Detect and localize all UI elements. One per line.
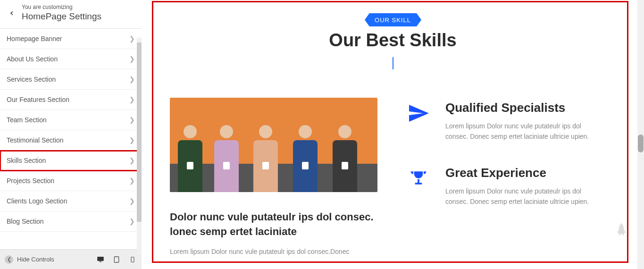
skill-item: Qualified Specialists Lorem lipsum Dolor… bbox=[406, 101, 616, 142]
svg-rect-0 bbox=[97, 257, 104, 261]
menu-item-label: Testimonial Section bbox=[7, 136, 64, 144]
menu-item-team[interactable]: Team Section❯ bbox=[0, 110, 142, 130]
menu-item-our-features[interactable]: Our Features Section❯ bbox=[0, 90, 142, 110]
paper-plane-icon bbox=[406, 101, 431, 126]
preview-pane: OUR SKILL Our Best Skills Dolor nunc vul… bbox=[142, 0, 644, 269]
skill-description: Lorem lipsum Dolor nunc vule putateulr i… bbox=[445, 121, 596, 142]
menu-item-label: Team Section bbox=[7, 116, 47, 124]
sidebar-footer: ❮ Hide Controls bbox=[0, 249, 142, 269]
menu-item-label: Projects Section bbox=[7, 177, 54, 185]
skill-title: Qualified Specialists bbox=[445, 101, 596, 115]
skills-left-column: Dolor nunc vule putateulr ips dol consec… bbox=[170, 98, 377, 257]
svg-rect-1 bbox=[100, 261, 102, 262]
svg-rect-2 bbox=[114, 257, 118, 262]
skill-description: Lorem lipsum Dolor nunc vule putateulr i… bbox=[445, 186, 596, 207]
back-button[interactable] bbox=[5, 4, 19, 23]
sidebar-header: You are customizing HomePage Settings bbox=[0, 0, 142, 29]
device-preview-switcher bbox=[96, 255, 137, 264]
menu-item-projects[interactable]: Projects Section❯ bbox=[0, 171, 142, 191]
menu-item-clients-logo[interactable]: Clients Logo Section❯ bbox=[0, 191, 142, 211]
menu-item-label: About Us Section bbox=[7, 55, 58, 63]
menu-item-label: Our Features Section bbox=[7, 96, 69, 103]
chevron-left-icon: ❮ bbox=[5, 255, 13, 264]
chevron-right-icon: ❯ bbox=[129, 116, 135, 124]
section-title: Our Best Skills bbox=[151, 30, 635, 50]
chevron-left-icon bbox=[8, 10, 15, 17]
team-photo bbox=[170, 98, 377, 192]
desktop-icon[interactable] bbox=[96, 255, 105, 264]
sidebar-pretitle: You are customizing bbox=[22, 4, 137, 10]
skill-title: Great Experience bbox=[445, 166, 596, 180]
menu-item-label: Blog Section bbox=[7, 218, 44, 225]
left-column-title: Dolor nunc vule putateulr ips dol consec… bbox=[170, 210, 377, 239]
mobile-icon[interactable] bbox=[128, 255, 137, 264]
section-menu: Homepage Banner❯ About Us Section❯ Servi… bbox=[0, 29, 142, 249]
skill-item: Great Experience Lorem lipsum Dolor nunc… bbox=[406, 166, 616, 207]
text-cursor bbox=[393, 57, 393, 69]
menu-item-homepage-banner[interactable]: Homepage Banner❯ bbox=[0, 29, 142, 49]
page-scrollbar[interactable] bbox=[637, 0, 644, 269]
hide-controls-button[interactable]: ❮ Hide Controls bbox=[5, 255, 54, 264]
ribbon-label: OUR SKILL bbox=[369, 13, 417, 26]
chevron-right-icon: ❯ bbox=[129, 136, 135, 144]
chevron-right-icon: ❯ bbox=[129, 197, 135, 205]
svg-rect-3 bbox=[131, 257, 134, 262]
menu-item-label: Clients Logo Section bbox=[7, 197, 67, 205]
chevron-right-icon: ❯ bbox=[129, 55, 135, 63]
chevron-right-icon: ❯ bbox=[129, 76, 135, 83]
left-column-subtitle: Lorem lipsum Dolor nunc vule putateulr i… bbox=[170, 247, 377, 257]
skills-right-column: Qualified Specialists Lorem lipsum Dolor… bbox=[406, 98, 616, 257]
menu-item-blog[interactable]: Blog Section❯ bbox=[0, 211, 142, 232]
hide-controls-label: Hide Controls bbox=[17, 256, 54, 263]
chevron-right-icon: ❯ bbox=[129, 218, 135, 225]
trophy-icon bbox=[406, 166, 431, 191]
chevron-right-icon: ❯ bbox=[129, 177, 135, 185]
menu-item-label: Homepage Banner bbox=[7, 35, 62, 42]
chevron-right-icon: ❯ bbox=[129, 96, 135, 103]
menu-item-label: Skills Section bbox=[7, 157, 46, 164]
tablet-icon[interactable] bbox=[112, 255, 121, 264]
menu-item-about-us[interactable]: About Us Section❯ bbox=[0, 49, 142, 69]
sidebar-scrollbar[interactable] bbox=[137, 38, 142, 255]
chevron-right-icon: ❯ bbox=[129, 35, 135, 42]
sidebar-title: HomePage Settings bbox=[22, 11, 137, 22]
chevron-right-icon: ❯ bbox=[129, 157, 135, 164]
menu-item-services[interactable]: Services Section❯ bbox=[0, 69, 142, 90]
customizer-sidebar: You are customizing HomePage Settings Ho… bbox=[0, 0, 142, 269]
menu-item-testimonial[interactable]: Testimonial Section❯ bbox=[0, 130, 142, 151]
menu-item-label: Services Section bbox=[7, 76, 56, 83]
section-ribbon: OUR SKILL bbox=[365, 13, 421, 26]
menu-item-skills[interactable]: Skills Section❯ bbox=[0, 151, 142, 171]
scroll-to-top-button[interactable] bbox=[614, 222, 629, 241]
